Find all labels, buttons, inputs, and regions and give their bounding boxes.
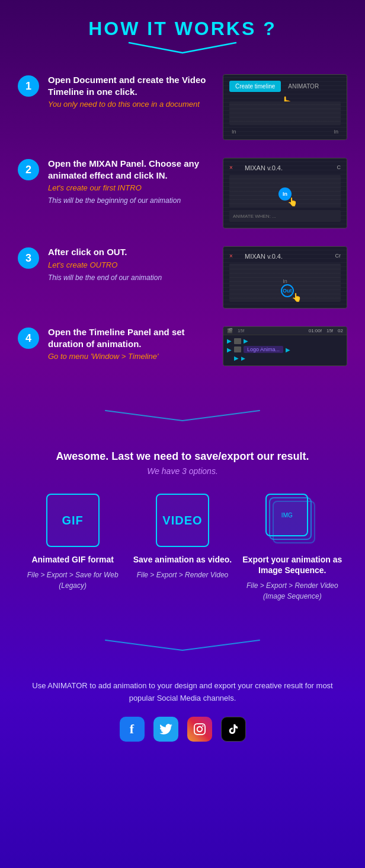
step-2-desc: This will be the beginning of our animat…: [48, 196, 214, 206]
step-3: 3 After click on OUT. Let's create OUTRO…: [18, 246, 347, 309]
step-3-title: After click on OUT.: [48, 246, 214, 258]
step-1-left: 1 Open Document and create the Video Tim…: [18, 74, 214, 112]
step-2-title: Open the MIXAN Panel. Choose any animate…: [48, 158, 214, 181]
panel-close-icon[interactable]: ×: [229, 164, 233, 171]
track-play-icon: ▶: [286, 346, 290, 353]
step-1-panel: Create timeline ANIMATOR 👆 InIn: [223, 74, 347, 140]
track-arrow-3: ▶: [227, 346, 232, 353]
track-arrow-4: ▶: [234, 355, 239, 361]
step-1: 1 Open Document and create the Video Tim…: [18, 74, 347, 140]
footer-text: Use ANIMATOR to add animation to your de…: [24, 680, 341, 705]
export-option-video: VIDEO Save animation as video. File > Ex…: [132, 494, 233, 580]
export-intro-text: Awesome. Last we need to save/export our…: [18, 450, 347, 463]
step-3-panel: × MIXAN v.0.4. Cr In Out 👆: [223, 246, 347, 309]
export-section: Awesome. Last we need to save/export our…: [0, 438, 365, 625]
step-1-number: 1: [18, 75, 39, 97]
animator-btn-label[interactable]: ANIMATOR: [284, 81, 322, 92]
step-2-content: Open the MIXAN Panel. Choose any animate…: [48, 158, 214, 206]
export-option-gif: GIF Animated GIF format File > Export > …: [23, 494, 123, 591]
step-3-content: After click on OUT. Let's create OUTRO T…: [48, 246, 214, 282]
twitter-icon[interactable]: [153, 717, 178, 742]
export-option-imgseq: IMG Export your animation as Image Seque…: [242, 494, 342, 602]
timeline-track-row-2: ▶ Logo Anima... ▶: [227, 346, 343, 353]
steps-section: 1 Open Document and create the Video Tim…: [0, 62, 365, 396]
video-icon-text: VIDEO: [162, 514, 202, 527]
step-3-desc: This will be the end of our animation: [48, 273, 214, 283]
instagram-icon[interactable]: [187, 717, 212, 742]
step-4-left: 4 Open the Timeline Panel and set durati…: [18, 326, 214, 364]
step-4: 4 Open the Timeline Panel and set durati…: [18, 326, 347, 366]
video-icon-box: VIDEO: [156, 494, 209, 547]
step-2-panel: × MIXAN v.0.4. C In 👆 ANIMATE WHEN: ...: [223, 158, 347, 228]
social-icons-container: f: [24, 717, 341, 742]
step-4-subtitle: Go to menu 'Window > Timeline': [48, 352, 214, 361]
panel-close-icon-3[interactable]: ×: [229, 253, 233, 259]
timeline-bar: 🎬 15f 01:00f 15f 02: [223, 327, 347, 335]
step-2-subtitle: Let's create our first INTRO: [48, 183, 214, 192]
footer-section: Use ANIMATOR to add animation to your de…: [0, 668, 365, 753]
video-option-path: File > Export > Render Video: [137, 570, 229, 580]
step-3-number: 3: [18, 247, 39, 269]
timeline-track-row-1: ▶ ▶: [227, 338, 343, 344]
track-icon-2: [234, 346, 241, 352]
bottom-divider: [0, 625, 365, 668]
create-timeline-btn[interactable]: Create timeline: [229, 81, 281, 92]
gif-option-path: File > Export > Save for Web (Legacy): [23, 570, 123, 591]
gif-icon-text: GIF: [62, 514, 83, 527]
step-2-left: 2 Open the MIXAN Panel. Choose any anima…: [18, 158, 214, 206]
step-4-number: 4: [18, 328, 39, 349]
in-label: In: [283, 278, 287, 284]
step-1-subtitle: You only need to do this once in a docum…: [48, 100, 214, 109]
middle-divider: [0, 396, 365, 438]
imgseq-icon-container: IMG: [265, 494, 319, 547]
bottom-chevron-icon: [94, 637, 271, 654]
step-4-panel: 🎬 15f 01:00f 15f 02 ▶ ▶ ▶ Logo Ani: [223, 326, 347, 366]
step-4-title: Open the Timeline Panel and set duration…: [48, 326, 214, 349]
track-arrow-1: ▶: [227, 338, 232, 344]
track-play-btn[interactable]: ▶: [241, 355, 245, 361]
header-chevron-icon: [123, 40, 242, 56]
header-section: HOW IT WORKS ?: [0, 0, 365, 62]
mixan-panel-title: MIXAN v.0.4.: [235, 162, 292, 174]
timeline-track-row-3: ▶ ▶: [227, 355, 343, 361]
step-2: 2 Open the MIXAN Panel. Choose any anima…: [18, 158, 347, 228]
step-4-content: Open the Timeline Panel and set duration…: [48, 326, 214, 364]
imgseq-option-title: Export your animation as Image Sequence.: [242, 554, 342, 576]
step-1-in-labels: InIn: [227, 128, 343, 136]
imgseq-option-path: File > Export > Render Video (Image Sequ…: [242, 580, 342, 602]
step-1-content: Open Document and create the Video Timel…: [48, 74, 214, 112]
facebook-icon[interactable]: f: [120, 717, 145, 742]
video-option-title: Save animation as video.: [133, 554, 232, 565]
export-subtitle-text: We have 3 options.: [18, 466, 347, 476]
gif-option-title: Animated GIF format: [31, 554, 113, 565]
step-3-left: 3 After click on OUT. Let's create OUTRO…: [18, 246, 214, 282]
tiktok-icon[interactable]: [221, 717, 246, 742]
step-1-title: Open Document and create the Video Timel…: [48, 74, 214, 97]
page-title: HOW IT WORKS ?: [0, 18, 365, 40]
imgseq-icon-text: IMG: [281, 512, 293, 519]
mid-chevron-icon: [94, 408, 271, 424]
track-arrow-2: ▶: [244, 338, 248, 344]
timeline-track-area: ▶ ▶ ▶ Logo Anima... ▶ ▶ ▶: [223, 335, 347, 365]
step-3-subtitle: Let's create OUTRO: [48, 260, 214, 269]
track-icon-1: [234, 338, 241, 344]
step-2-number: 2: [18, 159, 39, 180]
mixan-panel-title-3: MIXAN v.0.4.: [235, 250, 292, 262]
track-label: Logo Anima...: [244, 346, 283, 353]
gif-icon-box: GIF: [46, 494, 100, 547]
export-options-container: GIF Animated GIF format File > Export > …: [18, 494, 347, 602]
